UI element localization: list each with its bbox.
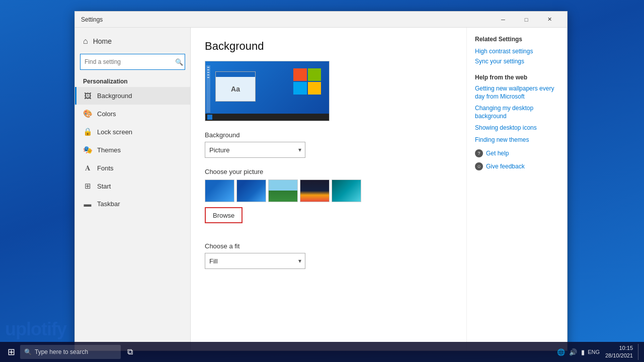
taskbar: ⊞ 🔍 Type here to search ⧉ 🌐 🔊 ▮ ENG 10:1…: [0, 342, 644, 362]
get-help-label: Get help: [486, 150, 509, 157]
win-square-1: [293, 68, 307, 81]
home-icon: ⌂: [83, 37, 88, 46]
bar-line-3: [207, 72, 209, 73]
win-square-4: [308, 82, 321, 95]
start-button[interactable]: ⊞: [3, 344, 19, 360]
taskbar-search-text: Type here to search: [35, 348, 88, 355]
preview-taskbar: [205, 114, 329, 121]
background-label: Background: [205, 131, 452, 139]
give-feedback-link[interactable]: ☺ Give feedback: [475, 162, 559, 170]
sidebar-item-background[interactable]: 🖼 Background: [75, 87, 190, 105]
search-box: 🔍: [80, 54, 185, 70]
sidebar-item-taskbar[interactable]: ▬ Taskbar: [75, 195, 190, 213]
personalization-section-title: Personalization: [75, 75, 190, 87]
choose-picture-label: Choose your picture: [205, 168, 452, 175]
battery-icon: ▮: [581, 348, 585, 356]
taskbar-search-box[interactable]: 🔍 Type here to search: [20, 345, 121, 359]
sidebar-item-colors[interactable]: 🎨 Colors: [75, 105, 190, 123]
picture-thumb-2[interactable]: [236, 179, 266, 202]
give-feedback-icon: ☺: [475, 162, 483, 170]
picture-thumb-4[interactable]: [300, 179, 330, 202]
sidebar-item-start-label: Start: [97, 183, 111, 190]
network-icon[interactable]: 🌐: [557, 348, 565, 356]
help-link-text-3: Showing desktop icons: [475, 124, 537, 132]
home-label: Home: [93, 37, 112, 45]
colors-icon: 🎨: [83, 109, 92, 118]
taskbar-search-icon: 🔍: [24, 348, 32, 355]
window-body: ⌂ Home 🔍 Personalization 🖼 Background 🎨 …: [75, 28, 567, 350]
background-section: Background Picture Solid color Slideshow: [205, 131, 452, 158]
close-button[interactable]: ✕: [538, 12, 561, 28]
search-input[interactable]: [80, 54, 185, 70]
sync-settings-link[interactable]: Sync your settings: [475, 58, 559, 65]
preview-window-title-bar: [216, 72, 255, 77]
change-desktop-link[interactable]: Changing my desktop background: [475, 105, 559, 120]
bar-line-2: [207, 69, 209, 70]
sidebar-home[interactable]: ⌂ Home: [75, 32, 190, 51]
preview-windows-logo: [293, 68, 321, 95]
picture-thumb-1[interactable]: [205, 179, 234, 202]
preview-window: Aa: [215, 71, 256, 102]
page-title: Background: [205, 40, 452, 53]
browse-button[interactable]: Browse: [205, 207, 243, 223]
watermark-logo: uplotify: [5, 319, 66, 340]
window-title: Settings: [81, 16, 492, 23]
preview-start-button: [207, 115, 212, 120]
taskbar-clock[interactable]: 10:15 28/10/2021: [603, 344, 633, 360]
sidebar-item-taskbar-label: Taskbar: [97, 200, 120, 208]
show-desktop-button[interactable]: [638, 344, 641, 360]
sidebar-item-themes-label: Themes: [97, 146, 121, 154]
desktop-icons-link[interactable]: Showing desktop icons: [475, 124, 559, 132]
taskbar-right: 🌐 🔊 ▮ ENG 10:15 28/10/2021: [557, 344, 641, 360]
preview-left-bar: [206, 65, 210, 113]
volume-icon[interactable]: 🔊: [569, 348, 577, 356]
win-square-2: [308, 68, 321, 81]
bar-line-4: [207, 74, 209, 75]
fit-dropdown-wrapper: Fill Fit Stretch Tile Center Span: [205, 253, 305, 269]
new-themes-link[interactable]: Finding new themes: [475, 136, 559, 144]
taskbar-icon: ▬: [83, 200, 92, 208]
background-preview: Aa: [205, 61, 330, 121]
picture-thumb-3[interactable]: [268, 179, 298, 202]
start-icon: ⊞: [83, 182, 92, 191]
sidebar: ⌂ Home 🔍 Personalization 🖼 Background 🎨 …: [75, 28, 191, 350]
sidebar-item-themes[interactable]: 🎭 Themes: [75, 141, 190, 159]
sidebar-item-fonts[interactable]: 𝐀 Fonts: [75, 159, 190, 177]
high-contrast-link[interactable]: High contrast settings: [475, 48, 559, 55]
sidebar-item-colors-label: Colors: [97, 110, 116, 118]
fonts-icon: 𝐀: [83, 163, 92, 172]
sidebar-item-lock-screen[interactable]: 🔒 Lock screen: [75, 123, 190, 141]
background-dropdown-wrapper: Picture Solid color Slideshow: [205, 142, 305, 158]
right-panel: Related Settings High contrast settings …: [466, 28, 567, 350]
help-link-text-1: Getting new wallpapers every day from Mi…: [475, 85, 559, 101]
main-content: Background Aa: [191, 28, 466, 350]
bar-line-1: [207, 67, 209, 68]
new-wallpapers-link[interactable]: Getting new wallpapers every day from Mi…: [475, 85, 559, 101]
fit-dropdown[interactable]: Fill Fit Stretch Tile Center Span: [205, 253, 305, 269]
taskbar-date-display: 28/10/2021: [605, 352, 633, 359]
settings-window: Settings ─ □ ✕ ⌂ Home 🔍 Personalization …: [74, 11, 568, 351]
minimize-button[interactable]: ─: [492, 12, 515, 28]
maximize-button[interactable]: □: [515, 12, 538, 28]
taskbar-system-icons: 🌐 🔊 ▮: [557, 348, 585, 356]
choose-picture-section: Choose your picture Browse: [205, 168, 452, 232]
background-icon: 🖼: [83, 92, 92, 100]
get-help-link[interactable]: ? Get help: [475, 149, 559, 157]
picture-thumb-5[interactable]: [332, 179, 361, 202]
help-link-text-4: Finding new themes: [475, 136, 529, 144]
win-square-3: [293, 82, 307, 95]
get-help-icon: ?: [475, 149, 483, 157]
sidebar-item-start[interactable]: ⊞ Start: [75, 177, 190, 195]
task-view-button[interactable]: ⧉: [122, 344, 138, 360]
sidebar-item-fonts-label: Fonts: [97, 164, 114, 172]
sidebar-item-background-label: Background: [97, 92, 132, 100]
give-feedback-label: Give feedback: [486, 163, 525, 170]
search-icon-button[interactable]: 🔍: [175, 58, 183, 66]
bar-line-5: [207, 77, 209, 78]
window-controls: ─ □ ✕: [492, 12, 561, 28]
related-settings-title: Related Settings: [475, 36, 559, 43]
background-dropdown[interactable]: Picture Solid color Slideshow: [205, 142, 305, 158]
choose-fit-section: Choose a fit Fill Fit Stretch Tile Cente…: [205, 242, 452, 269]
choose-fit-label: Choose a fit: [205, 242, 452, 250]
help-link-text-2: Changing my desktop background: [475, 105, 559, 120]
